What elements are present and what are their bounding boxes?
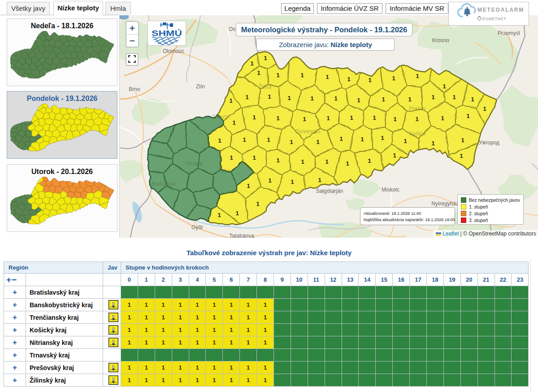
svg-text:1: 1 xyxy=(416,73,419,79)
svg-text:Slovensko: Slovensko xyxy=(295,128,321,135)
svg-text:1: 1 xyxy=(471,96,474,103)
svg-text:1: 1 xyxy=(326,115,330,122)
svg-text:1: 1 xyxy=(316,139,319,145)
svg-text:1: 1 xyxy=(325,158,328,165)
svg-text:Salgótarján: Salgótarján xyxy=(316,188,343,194)
svg-text:1: 1 xyxy=(357,97,360,104)
svg-text:1: 1 xyxy=(301,158,304,165)
svg-text:1: 1 xyxy=(373,114,376,121)
svg-text:1: 1 xyxy=(247,183,250,189)
svg-text:1: 1 xyxy=(443,83,446,90)
svg-text:Győr: Győr xyxy=(191,224,203,231)
svg-text:Bratislava: Bratislava xyxy=(152,181,175,187)
svg-text:1: 1 xyxy=(460,152,463,159)
svg-text:1: 1 xyxy=(256,200,259,207)
svg-text:1: 1 xyxy=(346,160,349,167)
svg-text:Prešov: Prešov xyxy=(409,105,425,112)
svg-text:METEOALARM: METEOALARM xyxy=(477,7,524,13)
svg-text:Brno: Brno xyxy=(129,86,140,92)
svg-text:1: 1 xyxy=(382,96,385,103)
svg-text:Trenčín: Trenčín xyxy=(212,114,230,120)
svg-text:1: 1 xyxy=(310,95,313,102)
svg-text:1: 1 xyxy=(368,77,371,83)
svg-text:1: 1 xyxy=(368,157,371,164)
svg-text:Miskolc: Miskolc xyxy=(382,187,399,193)
svg-text:1: 1 xyxy=(252,154,256,161)
svg-text:Olomouc: Olomouc xyxy=(163,48,184,54)
svg-text:1: 1 xyxy=(431,94,434,100)
svg-text:1: 1 xyxy=(415,116,418,122)
svg-text:1: 1 xyxy=(235,210,239,217)
svg-text:Zlín: Zlín xyxy=(196,83,205,90)
svg-text:1: 1 xyxy=(276,72,279,78)
svg-text:1: 1 xyxy=(230,154,233,161)
svg-text:1: 1 xyxy=(466,113,469,119)
svg-text:1: 1 xyxy=(339,135,343,142)
svg-text:1: 1 xyxy=(290,139,293,145)
svg-text:1: 1 xyxy=(350,114,353,121)
svg-text:1: 1 xyxy=(461,137,464,144)
svg-text:1: 1 xyxy=(483,105,486,112)
svg-text:1: 1 xyxy=(257,70,260,76)
svg-text:1: 1 xyxy=(303,116,306,122)
svg-text:SHMÚ: SHMÚ xyxy=(152,29,182,38)
svg-text:1: 1 xyxy=(360,136,364,143)
svg-text:1: 1 xyxy=(408,96,411,103)
svg-text:1: 1 xyxy=(404,138,407,144)
svg-text:1: 1 xyxy=(252,114,256,121)
svg-text:1: 1 xyxy=(347,76,350,83)
svg-text:Tatabánya: Tatabánya xyxy=(229,233,254,238)
svg-text:1: 1 xyxy=(229,97,232,104)
svg-text:1: 1 xyxy=(291,179,294,185)
svg-text:1: 1 xyxy=(287,95,291,101)
svg-text:1: 1 xyxy=(264,55,267,61)
svg-text:1: 1 xyxy=(441,115,444,122)
svg-text:1: 1 xyxy=(232,119,235,126)
svg-text:Košice: Košice xyxy=(409,131,425,137)
svg-text:1: 1 xyxy=(245,94,248,100)
svg-text:1: 1 xyxy=(381,135,384,141)
svg-text:1: 1 xyxy=(268,93,271,100)
svg-text:Nitra: Nitra xyxy=(219,168,231,174)
svg-text:Trnava: Trnava xyxy=(186,161,203,167)
svg-text:1: 1 xyxy=(318,177,321,183)
svg-text:1: 1 xyxy=(250,60,253,67)
svg-text:1: 1 xyxy=(276,115,279,122)
svg-text:1: 1 xyxy=(393,152,396,159)
svg-text:EUMETNET: EUMETNET xyxy=(482,17,506,21)
svg-text:1: 1 xyxy=(276,157,279,164)
svg-text:1: 1 xyxy=(334,95,337,102)
svg-text:1: 1 xyxy=(431,140,434,147)
svg-text:1: 1 xyxy=(243,136,246,143)
svg-text:1: 1 xyxy=(300,72,304,78)
svg-text:Przemyśl: Przemyśl xyxy=(498,30,520,36)
svg-text:1: 1 xyxy=(218,137,221,144)
svg-text:Krosno: Krosno xyxy=(432,37,449,44)
svg-text:1: 1 xyxy=(267,136,270,143)
svg-text:1: 1 xyxy=(217,212,221,218)
svg-text:1: 1 xyxy=(393,116,396,122)
svg-text:1: 1 xyxy=(452,94,456,100)
svg-text:1: 1 xyxy=(268,177,271,184)
svg-text:1: 1 xyxy=(392,75,395,82)
svg-text:1: 1 xyxy=(325,74,329,80)
svg-text:Žilina: Žilina xyxy=(259,83,272,90)
svg-text:Ужгород: Ужгород xyxy=(479,139,499,146)
